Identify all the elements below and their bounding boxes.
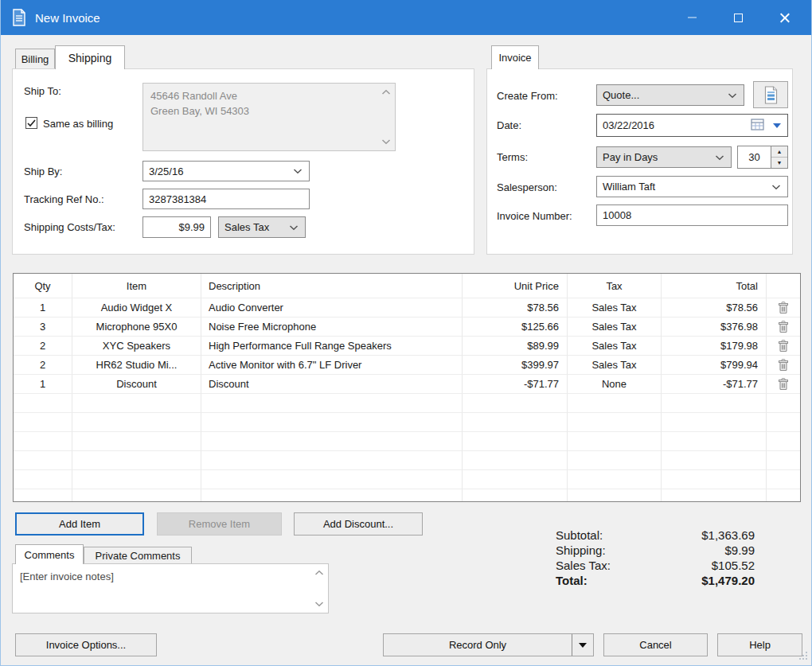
shipping-cost-input[interactable]: $9.99 — [142, 216, 211, 238]
header-unit-price: Unit Price — [463, 274, 568, 298]
add-item-label: Add Item — [59, 518, 100, 530]
create-from-document-button[interactable] — [753, 81, 788, 108]
scroll-up-icon[interactable] — [314, 570, 324, 576]
create-from-dropdown[interactable]: Quote... — [596, 84, 744, 106]
grand-total-label: Total: — [556, 574, 588, 587]
subtotal-label: Subtotal: — [556, 528, 603, 542]
cancel-label: Cancel — [639, 639, 671, 651]
table-row[interactable]: 1 Audio Widget X Audio Converter $78.56 … — [14, 298, 800, 317]
shipping-tax-dropdown[interactable]: Sales Tax — [218, 216, 306, 238]
record-only-split-button[interactable]: Record Only — [383, 633, 594, 656]
table-header-row: Qty Item Description Unit Price Tax Tota… — [14, 274, 800, 298]
invoice-options-button[interactable]: Invoice Options... — [15, 633, 157, 656]
cell-tax: Sales Tax — [568, 317, 662, 337]
minimize-button[interactable] — [669, 0, 715, 35]
terms-days-spinner[interactable]: 30 ▲ ▼ — [737, 146, 788, 169]
date-dropdown-icon[interactable] — [773, 123, 781, 128]
maximize-icon — [734, 14, 743, 22]
cancel-button[interactable]: Cancel — [603, 633, 708, 656]
salesperson-combobox[interactable]: William Taft — [596, 176, 788, 197]
delete-row-icon[interactable] — [778, 378, 789, 391]
comments-textarea[interactable]: [Enter invoice notes] — [12, 563, 329, 613]
sales-tax-value: $105.52 — [712, 559, 755, 572]
table-row-empty — [14, 432, 800, 451]
chevron-down-icon — [715, 154, 724, 161]
invoice-number-label: Invoice Number: — [497, 210, 572, 222]
cell-item: HR62 Studio Mi... — [72, 356, 201, 375]
cell-item: Audio Widget X — [72, 298, 201, 317]
scroll-up-icon[interactable] — [381, 89, 391, 95]
calendar-icon[interactable] — [751, 119, 765, 134]
tracking-ref-input[interactable]: 3287381384 — [142, 189, 310, 209]
record-only-label: Record Only — [384, 639, 572, 651]
tab-shipping[interactable]: Shipping — [55, 45, 125, 69]
help-button[interactable]: Help — [717, 633, 802, 656]
table-row[interactable]: 2 HR62 Studio Mi... Active Monitor with … — [14, 356, 800, 375]
table-row[interactable]: 3 Microphone 95X0 Noise Free Microphone … — [14, 317, 800, 337]
tab-comments[interactable]: Comments — [15, 544, 84, 564]
ship-to-textarea[interactable]: 45646 Randoll Ave Green Bay, WI 54303 — [142, 83, 396, 151]
grand-total-value: $1,479.20 — [701, 574, 755, 587]
ship-by-combobox[interactable]: 3/25/16 — [142, 161, 310, 181]
help-label: Help — [749, 639, 771, 651]
tab-invoice[interactable]: Invoice — [491, 45, 539, 69]
invoice-number-value: 10008 — [603, 209, 631, 221]
tracking-ref-label: Tracking Ref No.: — [24, 193, 104, 205]
terms-value: Pay in Days — [603, 151, 658, 163]
cell-tax: None — [568, 375, 662, 394]
cell-tax: Sales Tax — [568, 356, 662, 375]
table-row[interactable]: 1 Discount Discount -$71.77 None -$71.77 — [14, 375, 800, 394]
add-discount-label: Add Discount... — [323, 518, 393, 530]
cell-qty: 2 — [14, 337, 72, 356]
table-row[interactable]: 2 XYC Speakers High Performance Full Ran… — [14, 337, 800, 356]
cell-total: $376.98 — [662, 317, 767, 337]
delete-row-icon[interactable] — [778, 302, 789, 314]
comments-placeholder: [Enter invoice notes] — [20, 569, 114, 584]
ship-to-label: Ship To: — [24, 85, 61, 97]
invoice-number-input[interactable]: 10008 — [596, 204, 788, 226]
date-input[interactable]: 03/22/2016 — [596, 114, 788, 137]
cell-description: High Performance Full Range Speakers — [201, 337, 463, 356]
chevron-down-icon — [293, 168, 303, 174]
tab-private-comments[interactable]: Private Comments — [84, 547, 192, 564]
table-row-empty — [14, 394, 800, 413]
cell-item: XYC Speakers — [72, 337, 201, 356]
cell-qty: 1 — [14, 298, 72, 317]
cell-total: $78.56 — [662, 298, 767, 317]
shipping-total-label: Shipping: — [556, 543, 606, 557]
delete-row-icon[interactable] — [778, 340, 789, 352]
close-button[interactable] — [761, 0, 807, 35]
cell-unit-price: $78.56 — [463, 298, 568, 317]
cell-tax: Sales Tax — [568, 298, 662, 317]
table-row-empty — [14, 451, 800, 470]
scroll-down-icon[interactable] — [381, 138, 391, 145]
add-item-button[interactable]: Add Item — [15, 512, 144, 536]
terms-days-value: 30 — [738, 146, 771, 168]
table-row-empty — [14, 470, 800, 489]
line-items-table: Qty Item Description Unit Price Tax Tota… — [13, 273, 801, 502]
cell-total: $799.94 — [662, 356, 767, 375]
shipping-total-value: $9.99 — [724, 543, 755, 557]
spinner-down-icon[interactable]: ▼ — [771, 158, 787, 168]
add-discount-button[interactable]: Add Discount... — [294, 512, 423, 536]
terms-dropdown[interactable]: Pay in Days — [596, 146, 732, 168]
maximize-button[interactable] — [715, 0, 761, 35]
header-item: Item — [72, 274, 201, 298]
same-as-billing-checkbox[interactable] — [25, 117, 37, 129]
scroll-down-icon[interactable] — [314, 601, 324, 607]
shipping-tax-value: Sales Tax — [224, 221, 269, 233]
subtotal-value: $1,363.69 — [701, 528, 755, 542]
shipping-cost-value: $9.99 — [178, 221, 205, 233]
same-as-billing-label: Same as billing — [43, 118, 113, 130]
spinner-up-icon[interactable]: ▲ — [771, 146, 787, 158]
delete-row-icon[interactable] — [778, 359, 789, 372]
record-only-dropdown-button[interactable] — [572, 634, 593, 656]
tab-billing[interactable]: Billing — [15, 49, 55, 69]
shipping-panel: Ship To: 45646 Randoll Ave Green Bay, WI… — [12, 68, 474, 255]
resize-grip[interactable] — [798, 651, 808, 663]
delete-row-icon[interactable] — [778, 321, 789, 333]
create-from-label: Create From: — [497, 90, 558, 102]
invoice-document-icon — [12, 9, 26, 26]
remove-item-button: Remove Item — [157, 512, 282, 536]
cell-unit-price: $399.97 — [463, 356, 568, 375]
